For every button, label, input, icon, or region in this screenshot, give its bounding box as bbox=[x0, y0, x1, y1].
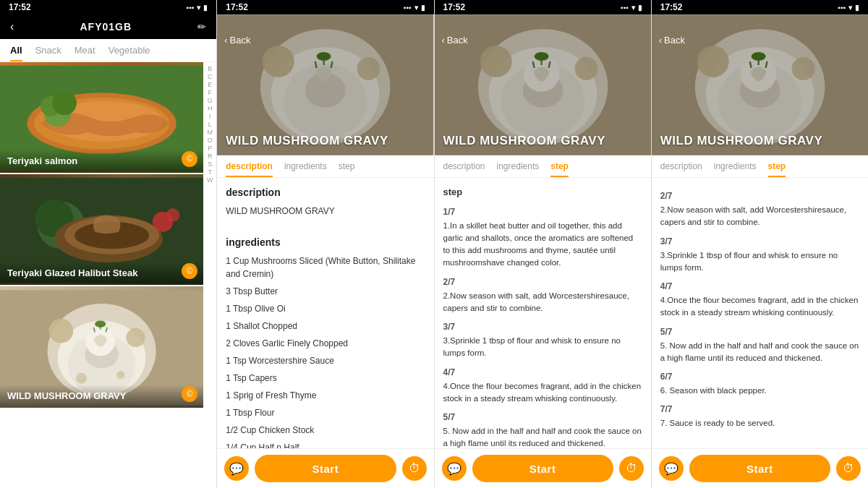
time-2: 17:52 bbox=[226, 2, 248, 12]
status-icons-2: ▪▪▪ ▾ ▮ bbox=[404, 4, 425, 12]
alpha-h[interactable]: H bbox=[208, 105, 213, 112]
back-button-4[interactable]: ‹ Back bbox=[659, 35, 685, 46]
alpha-i[interactable]: I bbox=[209, 113, 211, 120]
description-heading: description bbox=[226, 185, 425, 200]
chat-icon-2[interactable]: 💬 bbox=[224, 456, 249, 481]
alpha-g[interactable]: G bbox=[208, 97, 213, 104]
step-text-1-3: 1.In a skillet heat butter and oil toget… bbox=[443, 220, 642, 270]
wifi-icon-4: ▾ bbox=[848, 4, 852, 12]
alphabet-sidebar: B C E F G H I L M O P R S T W bbox=[203, 62, 216, 488]
panel-steps-4: 17:52 ▪▪▪ ▾ ▮ ‹ Back WILD MUSHROOM GRAVY bbox=[651, 0, 868, 488]
step-text-5-3: 5. Now add in the half and half and cook… bbox=[443, 425, 642, 448]
status-bar-4: 17:52 ▪▪▪ ▾ ▮ bbox=[652, 0, 868, 14]
time-4: 17:52 bbox=[660, 2, 683, 12]
step-num-7-4: 7/7 bbox=[660, 403, 859, 416]
step-text-3-3: 3.Sprinkle 1 tbsp of flour and whisk to … bbox=[443, 335, 642, 360]
tab-description-4[interactable]: description bbox=[660, 155, 702, 177]
ingredient-3: 1 Tbsp Olive Oi bbox=[226, 302, 425, 315]
time-1: 17:52 bbox=[9, 2, 31, 12]
recipe-tabs-3: description ingredients step bbox=[435, 155, 651, 178]
recipe-title-2: WILD MUSHROOM GRAVY bbox=[226, 134, 388, 148]
food-card-halibut[interactable]: Teriyaki Glazed Halibut Steak © bbox=[0, 174, 203, 286]
step-text-7-4: 7. Sauce is ready to be served. bbox=[660, 417, 859, 429]
chat-icon-3[interactable]: 💬 bbox=[442, 456, 467, 481]
tab-ingredients-2[interactable]: ingredients bbox=[284, 155, 327, 177]
signal-icon-4: ▪▪▪ bbox=[838, 4, 846, 12]
back-chevron-4: ‹ bbox=[659, 35, 662, 46]
svg-point-22 bbox=[126, 328, 145, 347]
back-button-2[interactable]: ‹ Back bbox=[224, 35, 250, 46]
food-card-mushroom[interactable]: WILD MUSHROOM GRAVY © bbox=[0, 286, 203, 409]
tab-description-2[interactable]: description bbox=[226, 155, 273, 177]
food-list-container: Teriyaki salmon © bbox=[0, 62, 216, 488]
alpha-b[interactable]: B bbox=[208, 65, 212, 72]
alpha-m[interactable]: M bbox=[208, 129, 213, 136]
tab-ingredients-3[interactable]: ingredients bbox=[497, 155, 540, 177]
tab-description-3[interactable]: description bbox=[443, 155, 485, 177]
alpha-r[interactable]: R bbox=[208, 153, 213, 160]
wifi-icon-2: ▾ bbox=[414, 4, 418, 12]
edit-icon[interactable]: ✏ bbox=[197, 21, 206, 33]
start-button-2[interactable]: Start bbox=[255, 455, 396, 482]
step-num-1-3: 1/7 bbox=[443, 205, 642, 218]
timer-icon-4[interactable]: ⏱ bbox=[836, 456, 861, 481]
tab-ingredients-4[interactable]: ingredients bbox=[714, 155, 757, 177]
battery-icon-2: ▮ bbox=[421, 4, 425, 12]
recipe-hero-3: ‹ Back WILD MUSHROOM GRAVY bbox=[435, 14, 651, 155]
tab-vegetable[interactable]: Vegetable bbox=[109, 45, 150, 61]
tab-snack[interactable]: Snack bbox=[35, 45, 61, 61]
start-button-4[interactable]: Start bbox=[689, 455, 830, 482]
recipe-footer-4: 💬 Start ⏱ bbox=[652, 448, 868, 488]
svg-point-6 bbox=[52, 91, 77, 116]
step-text-5-4: 5. Now add in the half and half and cook… bbox=[660, 340, 859, 365]
step-num-6-4: 6/7 bbox=[660, 370, 859, 383]
timer-icon-2[interactable]: ⏱ bbox=[402, 456, 427, 481]
timer-icon-3[interactable]: ⏱ bbox=[619, 456, 644, 481]
step-num-4-4: 4/7 bbox=[660, 280, 859, 293]
alpha-p[interactable]: P bbox=[208, 145, 212, 152]
svg-point-26 bbox=[116, 371, 124, 379]
wifi-icon: ▾ bbox=[197, 4, 200, 12]
alpha-l[interactable]: L bbox=[208, 121, 212, 128]
alpha-w[interactable]: W bbox=[207, 176, 213, 184]
battery-icon-4: ▮ bbox=[855, 4, 859, 12]
start-button-3[interactable]: Start bbox=[472, 455, 613, 482]
description-text: WILD MUSHROOM GRAVY bbox=[226, 205, 425, 218]
back-chevron-2: ‹ bbox=[224, 35, 227, 46]
recipe-footer-2: 💬 Start ⏱ bbox=[217, 448, 433, 488]
ingredient-2: 3 Tbsp Butter bbox=[226, 285, 425, 298]
ingredient-9: 1 Tbsp Flour bbox=[226, 406, 425, 419]
alpha-f[interactable]: F bbox=[208, 89, 213, 96]
back-chevron-3: ‹ bbox=[442, 35, 445, 46]
tab-meat[interactable]: Meat bbox=[75, 45, 95, 61]
tab-step-2[interactable]: step bbox=[339, 155, 355, 177]
tab-step-3[interactable]: step bbox=[550, 155, 569, 177]
back-arrow-icon[interactable]: ‹ bbox=[10, 20, 14, 33]
header-title: AFY01GB bbox=[80, 21, 132, 33]
step-num-2-4: 2/7 bbox=[660, 189, 859, 202]
food-card-salmon[interactable]: Teriyaki salmon © bbox=[0, 62, 203, 174]
signal-icon-2: ▪▪▪ bbox=[404, 4, 412, 12]
recipe-content-2: description WILD MUSHROOM GRAVY ingredie… bbox=[217, 178, 433, 448]
wifi-icon-3: ▾ bbox=[631, 4, 635, 12]
alpha-o[interactable]: O bbox=[208, 137, 213, 144]
alpha-t[interactable]: T bbox=[208, 168, 213, 176]
svg-point-21 bbox=[49, 319, 74, 343]
status-icons-4: ▪▪▪ ▾ ▮ bbox=[838, 4, 859, 12]
halibut-title: Teriyaki Glazed Halibut Steak bbox=[7, 267, 137, 278]
svg-point-16 bbox=[166, 208, 180, 222]
step-num-4-3: 4/7 bbox=[443, 366, 642, 379]
tab-all[interactable]: All bbox=[10, 45, 22, 61]
back-button-3[interactable]: ‹ Back bbox=[442, 35, 468, 46]
app-header: ‹ AFY01GB ✏ bbox=[0, 14, 216, 39]
alpha-e[interactable]: E bbox=[208, 81, 212, 88]
mushroom-title: WILD MUSHROOM GRAVY bbox=[7, 390, 126, 401]
tab-step-4[interactable]: step bbox=[768, 155, 786, 177]
chat-icon-4[interactable]: 💬 bbox=[659, 456, 684, 481]
panel-steps-3: 17:52 ▪▪▪ ▾ ▮ ‹ Back WILD MUSHROOM GRAVY bbox=[434, 0, 651, 488]
status-bar-3: 17:52 ▪▪▪ ▾ ▮ bbox=[435, 0, 651, 14]
recipe-tabs-4: description ingredients step bbox=[652, 155, 868, 178]
step-num-5-3: 5/7 bbox=[443, 411, 642, 424]
alpha-c[interactable]: C bbox=[208, 73, 213, 80]
alpha-s[interactable]: S bbox=[208, 160, 212, 168]
